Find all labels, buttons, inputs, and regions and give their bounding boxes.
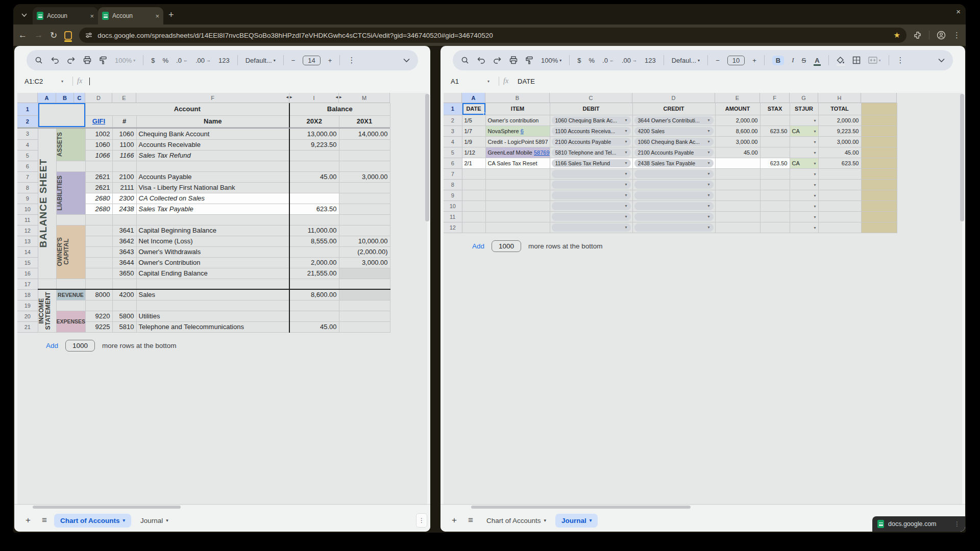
row-header[interactable]: 9 xyxy=(17,193,38,204)
cell-total[interactable]: 45.00 xyxy=(818,147,861,158)
vertical-scrollbar[interactable] xyxy=(425,93,429,511)
cell-20x1-value[interactable]: 3,000.00 xyxy=(339,257,390,268)
cell-assets-label[interactable]: ASSETS xyxy=(56,129,85,161)
tab-close-icon[interactable]: × xyxy=(155,12,159,20)
increase-font-size-button[interactable]: + xyxy=(328,57,332,64)
decrease-decimals-button[interactable]: .0← xyxy=(176,57,188,64)
cell-credit[interactable]: ▾ xyxy=(632,201,715,211)
cell-tan[interactable] xyxy=(861,211,897,222)
cell-header-item[interactable]: ITEM xyxy=(485,103,550,115)
cell-total[interactable]: 3,000.00 xyxy=(818,136,861,147)
dropdown-chip[interactable]: ▾ xyxy=(634,213,714,221)
select-all-corner[interactable] xyxy=(444,93,462,103)
cell-20x2-value[interactable]: 8,600.00 xyxy=(289,289,339,300)
cell-item[interactable]: NovaSphere 6 xyxy=(485,126,550,136)
column-header-A[interactable]: A xyxy=(38,93,56,103)
cell-debit[interactable]: 1166 Sales Tax Refund▾ xyxy=(550,158,632,168)
cell-header-debit[interactable]: DEBIT xyxy=(550,103,632,115)
cell[interactable] xyxy=(38,279,56,289)
cell-20x2-value[interactable] xyxy=(289,182,339,193)
search-icon[interactable] xyxy=(461,56,469,64)
add-sheet-icon[interactable]: + xyxy=(448,515,461,525)
sheet-tab-chart-of-accounts[interactable]: Chart of Accounts▾ xyxy=(54,514,131,528)
cell-item[interactable] xyxy=(485,222,550,233)
cell-20x1-header[interactable]: 20X1 xyxy=(339,115,390,127)
row-header[interactable]: 12 xyxy=(17,225,38,236)
window-close-button[interactable]: × xyxy=(956,7,961,16)
cell-total[interactable]: 623.50 xyxy=(818,158,861,168)
zoom-select[interactable]: 100% ▾ xyxy=(115,57,135,64)
cell-gifi[interactable]: 2621 xyxy=(85,171,112,182)
bookmark-star-icon[interactable]: ★ xyxy=(894,31,900,40)
tab-search-icon[interactable] xyxy=(17,8,31,21)
cell-account-name[interactable]: Sales xyxy=(136,289,289,300)
cell-balance-sheet-label[interactable]: BALANCE SHEET xyxy=(38,129,56,279)
url-text[interactable]: docs.google.com/spreadsheets/d/14EEl8I7n… xyxy=(97,32,888,39)
cell-account-number[interactable] xyxy=(112,161,136,171)
cell-gifi[interactable]: 8000 xyxy=(85,289,112,300)
cell-date[interactable] xyxy=(462,201,485,211)
cell-gifi[interactable]: 9220 xyxy=(85,311,112,321)
download-status-toast[interactable]: docs.google.com ⋮ xyxy=(872,516,965,532)
cell-stax[interactable] xyxy=(760,179,790,190)
row-header[interactable]: 7 xyxy=(17,171,38,182)
cell-account-name[interactable]: CA Collected on Sales xyxy=(136,193,289,204)
cell-gifi[interactable]: 1066 xyxy=(85,150,112,161)
dropdown-chip[interactable]: 1166 Sales Tax Refund▾ xyxy=(552,159,631,167)
italic-button[interactable]: I xyxy=(792,56,794,64)
cell-amount[interactable] xyxy=(715,211,760,222)
cell-account-number[interactable]: 3642 xyxy=(112,236,136,246)
paint-format-icon[interactable] xyxy=(99,56,107,64)
cell-stjur[interactable]: ▾ xyxy=(790,115,818,126)
cell-stjur[interactable]: ▾ xyxy=(790,179,818,190)
cell-20x1-value[interactable]: 3,000.00 xyxy=(339,171,390,182)
dropdown-chip[interactable]: ▾ xyxy=(552,213,631,221)
add-sheet-icon[interactable]: + xyxy=(21,515,35,525)
cell-stjur[interactable]: ▾ xyxy=(790,222,818,233)
cell-gifi[interactable]: 1060 xyxy=(85,139,112,150)
cell-item[interactable]: CA Sales Tax Reset xyxy=(485,158,550,168)
cell-stjur[interactable]: CA▾ xyxy=(790,126,818,136)
cell-gifi-header[interactable]: GIFI xyxy=(85,115,112,127)
cell-item[interactable]: Owner's contribution xyxy=(485,115,550,126)
dropdown-chip[interactable]: ▾ xyxy=(552,191,631,199)
cell-20x1-value[interactable] xyxy=(339,150,390,161)
dropdown-chip[interactable]: ▾ xyxy=(634,223,714,232)
cell-credit[interactable]: 2438 Sales Tax Payable▾ xyxy=(632,158,715,168)
cell-total[interactable] xyxy=(818,179,861,190)
row-header[interactable]: 2 xyxy=(17,115,38,127)
undo-icon[interactable] xyxy=(51,57,59,64)
row-header[interactable]: 5 xyxy=(444,147,462,158)
dropdown-chip[interactable]: 1060 Chequing Bank Ac...▾ xyxy=(552,116,631,124)
more-formats-button[interactable]: 123 xyxy=(218,57,230,64)
decrease-font-size-button[interactable]: − xyxy=(716,57,720,64)
column-header-F[interactable]: F◂ xyxy=(136,93,289,103)
cell-20x2-value[interactable] xyxy=(289,214,339,225)
cell-credit[interactable]: 2100 Accounts Payable▾ xyxy=(632,147,715,158)
cell-total[interactable] xyxy=(818,190,861,201)
dropdown-chip[interactable]: ▾ xyxy=(634,202,714,210)
cell-20x1-value[interactable] xyxy=(339,268,390,279)
cell-account-number[interactable]: 1100 xyxy=(112,139,136,150)
cell-gifi[interactable]: 2621 xyxy=(85,182,112,193)
cell-account-name[interactable] xyxy=(136,214,289,225)
dropdown-chip[interactable]: 5810 Telephone and Tel...▾ xyxy=(552,148,631,157)
cell-tan[interactable] xyxy=(861,158,897,168)
cell-debit[interactable]: ▾ xyxy=(550,168,632,179)
row-header[interactable]: 2 xyxy=(444,115,462,126)
row-header[interactable]: 6 xyxy=(444,158,462,168)
cell-20x1-value[interactable] xyxy=(339,182,390,193)
cell-header-amount[interactable]: AMOUNT xyxy=(715,103,760,115)
cell-tan[interactable] xyxy=(861,126,897,136)
hidden-cols-icon[interactable]: ◂ xyxy=(286,94,288,99)
cell-stax[interactable] xyxy=(760,222,790,233)
dropdown-chip[interactable]: ▾ xyxy=(634,191,714,199)
hidden-cols-icon[interactable]: ▸ xyxy=(339,94,342,99)
column-header-C[interactable]: C xyxy=(550,93,632,103)
cell-amount[interactable] xyxy=(715,179,760,190)
cell-account-name[interactable]: Sales Tax Payable xyxy=(136,204,289,214)
horizontal-scrollbar[interactable] xyxy=(440,504,965,509)
cell-amount[interactable]: 8,600.00 xyxy=(715,126,760,136)
sheet-tab-chart-of-accounts[interactable]: Chart of Accounts▾ xyxy=(480,514,552,528)
cell-expenses-label[interactable]: EXPENSES xyxy=(56,311,85,332)
